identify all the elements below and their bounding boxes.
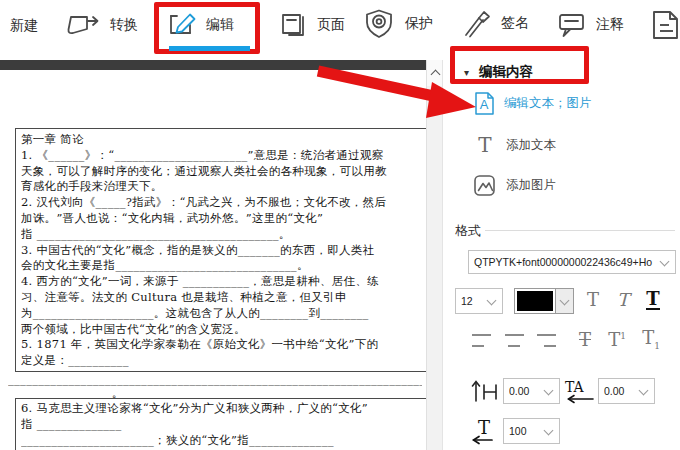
superscript-button[interactable]: T1: [604, 327, 630, 353]
pdf-editor-window: 新建 转换 编辑 页面: [0, 0, 680, 450]
toolbar-item-comment[interactable]: 注释: [557, 11, 624, 39]
font-size-value: 12: [456, 295, 488, 307]
toolbar-item-comment-label: 注释: [596, 16, 624, 34]
comment-bubble-icon: [557, 11, 588, 39]
text-style-italic-button[interactable]: T: [610, 287, 636, 313]
toolbar-item-more[interactable]: [651, 9, 680, 41]
text-style-regular-button[interactable]: T: [580, 287, 606, 313]
align-right-icon: [536, 334, 556, 347]
t-regular-glyph: T: [587, 291, 599, 309]
text-block-2[interactable]: 6. 马克思主义理论家将“文化”分为广义和狭义两种，广义的“文化”指 _____…: [15, 398, 426, 450]
doc-line: 天象，可以了解时序的变化；通过观察人类社会的各种现象，可以用教: [21, 164, 421, 180]
dropdown-chevron-icon: [544, 385, 554, 395]
char-spacing-field[interactable]: [598, 378, 655, 404]
doc-line: 4. 西方的“文化”一词，来源于 ___________，意思是耕种、居住、练: [21, 274, 421, 290]
horizontal-scale-icon: T: [470, 415, 500, 447]
svg-text:T: T: [478, 134, 492, 156]
font-color-picker[interactable]: [514, 288, 574, 314]
text-block-1[interactable]: 第一章 简论1. 《______》：“_____________________…: [15, 128, 426, 372]
strikethrough-button[interactable]: T: [572, 327, 598, 353]
scroll-up-button[interactable]: [427, 60, 443, 86]
svg-text:A: A: [480, 97, 489, 112]
color-dropdown-cell[interactable]: [555, 289, 573, 313]
font-family-value: QTPYTK+font0000000022436c49+Ho: [469, 256, 661, 268]
font-size-select[interactable]: 12: [455, 288, 503, 314]
svg-text:TA: TA: [565, 379, 585, 395]
t-italic-glyph: T: [617, 291, 629, 309]
dropdown-chevron-icon: [487, 295, 497, 305]
dropdown-chevron-icon: [560, 295, 570, 305]
format-section-label: 格式: [455, 222, 481, 240]
color-swatch-black: [517, 291, 553, 311]
doc-line: 指 ______________________________________…: [21, 227, 421, 243]
toolbar-item-new[interactable]: 新建: [10, 17, 38, 35]
format-divider: [485, 230, 675, 231]
t-strikethrough-glyph: T: [579, 331, 591, 349]
doc-line: 3. 中国古代的“文化”概念，指的是狭义的_______的东西，即人类社: [21, 243, 421, 259]
doc-line: 加诛。”晋人也说：“文化内辑，武功外悠。”这里的“文化”: [21, 211, 421, 227]
sidebar-item-add-text-label: 添加文本: [506, 137, 556, 154]
blank-line-full: ________________________________________…: [8, 372, 422, 386]
sidebar-item-add-image[interactable]: 添加图片: [473, 173, 556, 198]
protect-shield-icon: [362, 8, 397, 39]
horizontal-scale-input[interactable]: [504, 424, 545, 438]
convert-icon: [62, 9, 102, 41]
doc-line: 习、注意等。法文的 Cultura 也是栽培、种植之意，但又引申: [21, 290, 421, 306]
doc-line: 会的文化主要是指______________________________。: [21, 258, 421, 274]
vertical-scrollbar[interactable]: [426, 60, 443, 450]
doc-line: 1. 《______》：“______________________”意思是：…: [21, 148, 421, 164]
text-style-underline-button[interactable]: T: [640, 287, 666, 313]
sidebar-item-edit-text-image-label: 编辑文本；图片: [504, 95, 592, 112]
doc-line: 6. 马克思主义理论家将“文化”分为广义和狭义两种，广义的“文化”: [21, 401, 421, 417]
doc-line: 育感化的手段来治理天下。: [21, 179, 421, 195]
document-page[interactable]: 第一章 简论1. 《______》：“_____________________…: [0, 70, 426, 450]
char-spacing-icon: TA: [563, 378, 597, 406]
t-superscript-glyph: T1: [608, 331, 626, 349]
scroll-up-icon: [430, 70, 440, 80]
sidebar-item-add-image-label: 添加图片: [506, 177, 556, 194]
page-icon: [279, 11, 309, 38]
doc-line: 指 ______________: [21, 417, 421, 433]
doc-line: 定义是：__________: [21, 353, 421, 369]
doc-line: ______________________；狭义的“文化”指_________…: [21, 433, 421, 449]
align-center-icon: [504, 334, 524, 347]
font-family-select[interactable]: QTPYTK+font0000000022436c49+Ho: [468, 250, 676, 274]
edit-text-a-icon: A: [474, 91, 495, 116]
toolbar-item-protect-label: 保护: [405, 15, 433, 33]
align-center-button[interactable]: [500, 327, 528, 353]
horizontal-scale-field[interactable]: [503, 418, 560, 444]
svg-text:T: T: [478, 417, 490, 438]
doc-line: 为____________________。这就包含了从人的________到_…: [21, 306, 421, 322]
toolbar-item-page[interactable]: 页面: [279, 11, 345, 38]
toolbar-item-protect[interactable]: 保护: [362, 8, 433, 39]
subscript-button[interactable]: T1: [638, 327, 664, 353]
edit-active-underline: [169, 46, 250, 51]
t-underline-glyph: T: [646, 290, 659, 310]
toolbar-item-new-label: 新建: [10, 17, 38, 35]
edit-pencil-icon: [168, 11, 198, 38]
align-left-button[interactable]: [468, 327, 496, 353]
dropdown-chevron-icon: [660, 256, 670, 266]
sign-pen-icon: [460, 8, 493, 38]
line-spacing-input[interactable]: [504, 384, 545, 398]
document-top-bar: [0, 60, 426, 70]
toolbar-item-sign[interactable]: 签名: [460, 8, 529, 38]
doc-line: 5. 1871 年，英国文化学家泰勒在《原始文化》一书中给“文化”下的: [21, 337, 421, 353]
doc-line: 2. 汉代刘向《_____?指武》：“凡武之兴，为不服也；文化不改，然后: [21, 195, 421, 211]
toolbar-item-convert-label: 转换: [110, 16, 138, 34]
char-spacing-input[interactable]: [599, 384, 640, 398]
toolbar-item-edit[interactable]: 编辑: [168, 11, 234, 38]
dropdown-chevron-icon: [639, 385, 649, 395]
toolbar-item-edit-label: 编辑: [206, 16, 234, 34]
line-spacing-field[interactable]: [503, 378, 560, 404]
add-text-t-icon: T: [476, 134, 494, 156]
toolbar-item-sign-label: 签名: [501, 14, 529, 32]
sidebar-item-edit-text-image[interactable]: A 编辑文本；图片: [474, 91, 592, 116]
edit-content-highlight-box: [450, 46, 589, 84]
toolbar-item-convert[interactable]: 转换: [62, 9, 138, 41]
sidebar-item-add-text[interactable]: T 添加文本: [476, 134, 556, 156]
toolbar-item-page-label: 页面: [317, 16, 345, 34]
document-lines-icon: [651, 9, 680, 41]
align-right-button[interactable]: [532, 327, 560, 353]
dropdown-chevron-icon: [544, 425, 554, 435]
